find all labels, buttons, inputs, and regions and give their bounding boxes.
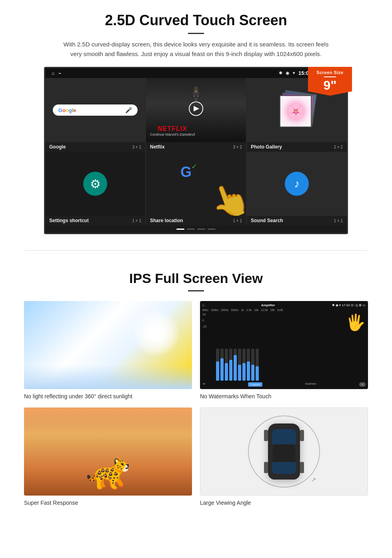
- amp-balance-label: 10: [202, 313, 214, 316]
- share-label-name: Share location: [150, 218, 183, 223]
- device-screen: ⌂ ⌁ ✱ ◉ ▾ 15:06 ⊡ ◁) ⊠ ▭: [44, 67, 348, 234]
- amp-slider-6[interactable]: [238, 349, 241, 381]
- amp-custom-label: Custom: [248, 382, 262, 387]
- section1-title: 2.5D Curved Touch Screen: [24, 12, 368, 29]
- wheel-rear-left: [264, 462, 268, 473]
- gmaps-checkmark: ✓: [191, 162, 197, 171]
- google-app-cell[interactable]: Google 🎤: [45, 78, 145, 142]
- amp-slider-2[interactable]: [220, 349, 224, 381]
- google-mic-icon[interactable]: 🎤: [125, 107, 132, 113]
- amp-slider-7[interactable]: [242, 349, 246, 381]
- amp-toggle-icon[interactable]: ●: [359, 382, 366, 387]
- wifi-icon: ▾: [293, 70, 295, 76]
- cheetah-visual: 🐆: [24, 407, 192, 496]
- wheel-rear-right: [300, 462, 304, 473]
- netflix-label-name: Netflix: [150, 144, 165, 150]
- amplifier-visual: ⌂ Amplifier ✱ ◉ ▾ 17:33 ⊡ ◁) ⊠ ▭ 60hz100…: [200, 301, 368, 389]
- settings-label-name: Settings shortcut: [49, 218, 89, 223]
- screen-size-badge: Screen Size 9": [308, 67, 352, 96]
- sound-label-name: Sound Search: [251, 218, 283, 223]
- device-wrapper: Screen Size 9" ⌂ ⌁ ✱ ◉ ▾ 15:06 ⊡ ◁) ⊠: [44, 67, 348, 234]
- sound-app-label: Sound Search 1 × 1: [247, 216, 347, 225]
- google-label-name: Google: [49, 144, 66, 150]
- car-arrow-icon: ↗: [311, 476, 316, 484]
- amplifier-image: ⌂ Amplifier ✱ ◉ ▾ 17:33 ⊡ ◁) ⊠ ▭ 60hz100…: [200, 301, 368, 389]
- car-windshield: [272, 429, 296, 445]
- app-grid-top: Google 🎤 🕴 NETFLIX Continue Marvel's Dar…: [45, 78, 347, 142]
- sound-search-app-cell[interactable]: ♪: [247, 152, 347, 216]
- status-bar: ⌂ ⌁ ✱ ◉ ▾ 15:06 ⊡ ◁) ⊠ ▭: [45, 68, 347, 78]
- sound-label-size: 1 × 1: [334, 219, 343, 223]
- sunlight-image: [24, 301, 192, 389]
- badge-line: [324, 76, 336, 77]
- amplifier-caption: No Watermarks When Touch: [200, 393, 368, 399]
- share-app-label: Share location 1 × 1: [146, 216, 246, 225]
- location-icon: ◉: [286, 70, 290, 76]
- app-labels-row1: Google 3 × 1 Netflix 3 × 2 Photo Gallery…: [45, 142, 347, 152]
- amp-home-icon: ⌂: [202, 303, 204, 307]
- gmaps-icon: G ✓: [180, 164, 192, 181]
- photo-app-label: Photo Gallery 2 × 2: [247, 142, 347, 152]
- section-touch: 2.5D Curved Touch Screen With 2.5D curve…: [0, 0, 392, 242]
- amp-slider-5[interactable]: [234, 349, 237, 381]
- google-search-bar[interactable]: Google 🎤: [53, 104, 138, 116]
- share-location-app-cell[interactable]: G ✓ 👆: [146, 152, 246, 216]
- netflix-app-label: Netflix 3 × 2: [146, 142, 246, 152]
- badge-label: Screen Size: [310, 70, 350, 75]
- settings-icon: ⚙: [83, 172, 107, 196]
- section-divider-line: [24, 250, 368, 251]
- amp-slider-4[interactable]: [229, 349, 232, 381]
- netflix-info: NETFLIX Continue Marvel's Daredevil: [150, 125, 195, 136]
- google-label-size: 3 × 1: [132, 145, 141, 149]
- sky-overlay: [24, 407, 192, 440]
- app-labels-row2: Settings shortcut 1 × 1 Share location 1…: [45, 216, 347, 225]
- car-roof: [273, 444, 295, 464]
- sound-search-icon: ♪: [285, 172, 309, 196]
- section-ips: IPS Full Screen View No light reflecting…: [0, 259, 392, 514]
- amp-slider-9[interactable]: [251, 349, 254, 381]
- amp-slider-3[interactable]: [225, 349, 228, 381]
- title-divider: [188, 33, 204, 34]
- netflix-label-size: 3 × 2: [233, 145, 242, 149]
- amp-slider-10[interactable]: [256, 349, 259, 381]
- cheetah-silhouette-icon: 🐆: [86, 450, 130, 492]
- car-visual: ↗: [200, 407, 368, 496]
- amp-status-icons: ✱ ◉ ▾ 17:33 ⊡ ◁) ⊠ ▭: [332, 303, 366, 307]
- netflix-background: 🕴 NETFLIX Continue Marvel's Daredevil: [146, 78, 246, 142]
- amp-side-labels: 10 0 -10: [202, 313, 214, 381]
- ips-item-sunlight: No light reflecting under 360° direct su…: [24, 301, 192, 399]
- amp-hand-icon: 🖐: [346, 313, 366, 381]
- amp-slider-8[interactable]: [247, 349, 250, 381]
- photo-card-front: 🌸: [280, 95, 312, 127]
- amp-sliders: [216, 313, 341, 381]
- pagination-dots: [45, 225, 347, 233]
- amp-zero-label: 0: [202, 319, 214, 322]
- amp-slider-1[interactable]: [216, 349, 219, 381]
- car-rear-window: [272, 462, 296, 474]
- settings-label-size: 1 × 1: [132, 219, 141, 223]
- pagination-dot-3[interactable]: [197, 229, 205, 230]
- wheel-front-left: [264, 430, 268, 441]
- settings-app-label: Settings shortcut 1 × 1: [45, 216, 145, 225]
- amp-loudness-label: loudness: [305, 382, 316, 387]
- usb-icon: ⌁: [58, 70, 61, 76]
- gmaps-letter: G: [180, 164, 192, 181]
- amp-title: Amplifier: [261, 303, 275, 307]
- pagination-dot-1[interactable]: [176, 229, 184, 230]
- pagination-dot-4[interactable]: [208, 229, 216, 230]
- ips-item-cheetah: 🐆 Super Fast Response: [24, 407, 192, 506]
- amp-footer: ≪ Custom loudness ●: [202, 382, 366, 387]
- home-icon[interactable]: ⌂: [52, 70, 54, 76]
- settings-app-cell[interactable]: ⚙: [45, 152, 145, 216]
- cheetah-caption: Super Fast Response: [24, 500, 192, 506]
- amp-body: 10 0 -10: [202, 313, 366, 381]
- netflix-content-thumbnail: 🕴: [186, 86, 206, 105]
- flower-icon: 🌸: [280, 96, 311, 126]
- cheetah-image: 🐆: [24, 407, 192, 496]
- car-circle: ↗: [248, 415, 320, 488]
- amp-neg-label: -10: [202, 325, 214, 328]
- netflix-app-cell[interactable]: 🕴 NETFLIX Continue Marvel's Daredevil: [146, 78, 246, 142]
- status-left: ⌂ ⌁: [52, 70, 61, 76]
- badge-size: 9": [310, 79, 350, 92]
- pagination-dot-2[interactable]: [187, 229, 195, 230]
